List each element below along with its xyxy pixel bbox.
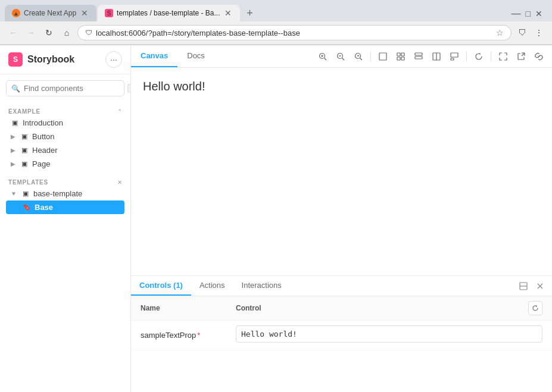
split-view-button[interactable] — [428, 48, 445, 65]
search-icon: 🔍 — [11, 84, 20, 93]
tab-favicon-orange: ▲ — [12, 9, 20, 17]
panel-layout-toggle[interactable] — [516, 279, 531, 293]
header-arrow-icon: ▶ — [11, 147, 15, 153]
sidebar-item-page[interactable]: ▶ ▣ Page — [6, 157, 124, 171]
prop-required-indicator: * — [197, 331, 200, 340]
sidebar-item-header[interactable]: ▶ ▣ Header — [6, 143, 124, 157]
panel-close-button[interactable] — [533, 279, 547, 293]
tab-storybook[interactable]: S templates / base-template - Ba... ✕ — [98, 5, 240, 21]
panel-tab-actions[interactable]: Actions — [191, 276, 233, 296]
svg-line-1 — [325, 58, 327, 60]
base-template-arrow-icon: ▼ — [11, 190, 17, 197]
panel-tabs: Controls (1) Actions Interactions — [131, 276, 552, 296]
main-content: Canvas Docs — [131, 45, 552, 392]
button-icon: ▣ — [20, 133, 29, 141]
prop-name-text: sampleTextProp — [141, 331, 196, 340]
new-tab-button[interactable]: + — [241, 5, 258, 21]
app-body: S Storybook ··· 🔍 / EXAMPLE ⌃ ▣ Introduc… — [0, 45, 552, 392]
back-button[interactable]: ← — [6, 26, 20, 40]
nav-extras: ⛉ ⋮ — [515, 26, 546, 40]
svg-rect-5 — [379, 53, 386, 60]
sidebar-item-button[interactable]: ▶ ▣ Button — [6, 130, 124, 143]
header-label: Header — [32, 146, 58, 155]
toolbar-tabs: Canvas Docs — [131, 45, 214, 67]
base-bookmark-icon: 🔖 — [23, 203, 31, 211]
zoom-in-button[interactable] — [314, 48, 331, 65]
col-control-header: Control — [236, 304, 528, 312]
svg-rect-11 — [415, 57, 422, 59]
templates-section-header: TEMPLATES ✕ — [6, 178, 124, 187]
svg-rect-6 — [397, 53, 400, 56]
tab-docs[interactable]: Docs — [177, 45, 214, 67]
button-label: Button — [32, 132, 55, 141]
storybook-logo-icon: S — [8, 52, 23, 67]
bookmark-star-icon[interactable]: ☆ — [496, 28, 504, 37]
templates-section: TEMPLATES ✕ ▼ ▣ base-template 🔖 Base — [0, 173, 130, 217]
svg-rect-8 — [397, 57, 400, 60]
example-section-header: EXAMPLE ⌃ — [6, 107, 124, 116]
introduction-label: Introduction — [23, 118, 63, 127]
tab-close-2[interactable]: ✕ — [223, 8, 233, 18]
example-section-toggle[interactable]: ⌃ — [117, 108, 122, 115]
grid-view-button[interactable] — [392, 48, 409, 65]
refresh-button[interactable]: ↻ — [42, 26, 56, 40]
page-arrow-icon: ▶ — [11, 161, 15, 167]
toolbar-divider-1 — [370, 52, 371, 61]
zoom-reset-button[interactable] — [350, 48, 367, 65]
svg-line-3 — [342, 58, 345, 60]
bottom-panel: Controls (1) Actions Interactions Name C… — [131, 275, 552, 392]
toolbar-icons — [310, 48, 552, 65]
address-bar[interactable]: 🛡 localhost:6006/?path=/story/templates-… — [77, 25, 512, 40]
table-view-button[interactable] — [410, 48, 427, 65]
panel-controls — [512, 279, 552, 293]
toolbar-divider-3 — [491, 52, 491, 61]
reset-controls-button[interactable] — [528, 301, 542, 315]
fullscreen-button[interactable] — [495, 48, 512, 65]
reload-button[interactable] — [470, 48, 487, 65]
close-window-button[interactable]: ✕ — [535, 9, 542, 18]
maximize-button[interactable]: □ — [526, 9, 531, 18]
svg-line-18 — [522, 53, 525, 56]
search-input[interactable] — [24, 84, 124, 93]
sidebar-logo: S Storybook — [8, 52, 74, 67]
search-bar[interactable]: 🔍 / — [6, 80, 124, 96]
svg-rect-10 — [415, 53, 422, 55]
panel-tab-interactions[interactable]: Interactions — [233, 276, 290, 296]
control-row-sample-text-prop: sampleTextProp* Hello world! — [131, 321, 552, 350]
copy-link-button[interactable] — [531, 48, 547, 65]
forward-button[interactable]: → — [24, 26, 38, 40]
minimize-button[interactable]: — — [512, 8, 521, 19]
zoom-out-button[interactable] — [332, 48, 349, 65]
base-label: Base — [35, 203, 53, 212]
sidebar: S Storybook ··· 🔍 / EXAMPLE ⌃ ▣ Introduc… — [0, 45, 131, 392]
tab-create-next-app[interactable]: ▲ Create Next App ✕ — [5, 5, 96, 21]
button-arrow-icon: ▶ — [11, 133, 15, 140]
page-label: Page — [32, 159, 50, 168]
prop-control-sample-text-prop: Hello world! — [236, 325, 542, 345]
panel-body: Name Control sampleTextProp* Hello world… — [131, 296, 552, 392]
header-icon: ▣ — [20, 146, 29, 155]
svg-rect-15 — [451, 58, 454, 60]
main-toolbar: Canvas Docs — [131, 45, 552, 68]
templates-section-label: TEMPLATES — [8, 179, 48, 186]
home-button[interactable]: ⌂ — [60, 26, 74, 40]
panel-tab-controls[interactable]: Controls (1) — [131, 276, 191, 296]
tab-canvas[interactable]: Canvas — [131, 45, 177, 67]
svg-rect-7 — [401, 53, 404, 56]
extensions-icon[interactable]: ⛉ — [515, 26, 529, 40]
sidebar-item-base-template[interactable]: ▼ ▣ base-template — [6, 187, 124, 200]
col-name-header: Name — [141, 304, 236, 312]
introduction-icon: ▣ — [11, 119, 19, 127]
open-new-tab-button[interactable] — [513, 48, 529, 65]
sidebar-item-introduction[interactable]: ▣ Introduction — [6, 116, 124, 130]
sidebar-item-base[interactable]: 🔖 Base — [6, 200, 124, 214]
sample-text-prop-input[interactable]: Hello world! — [236, 325, 542, 343]
panel-layout-button[interactable] — [446, 48, 463, 65]
browser-chrome: ▲ Create Next App ✕ S templates / base-t… — [0, 0, 552, 45]
tab-label-2: templates / base-template - Ba... — [117, 9, 220, 17]
single-view-button[interactable] — [375, 48, 391, 65]
templates-section-toggle[interactable]: ✕ — [117, 179, 122, 186]
tab-close-1[interactable]: ✕ — [80, 8, 89, 18]
browser-menu-icon[interactable]: ⋮ — [532, 26, 546, 40]
sidebar-menu-button[interactable]: ··· — [105, 51, 122, 68]
